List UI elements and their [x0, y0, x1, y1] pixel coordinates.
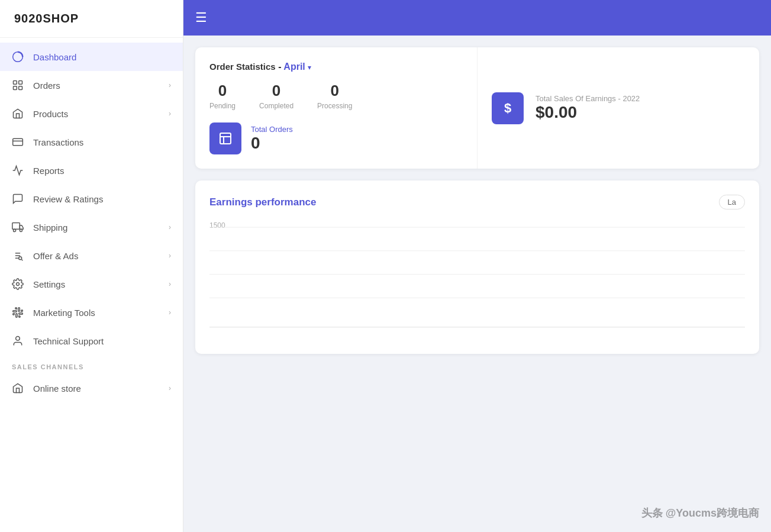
products-arrow: › — [169, 109, 171, 118]
processing-value: 0 — [317, 82, 352, 100]
sidebar-item-shipping[interactable]: Shipping › — [0, 213, 183, 241]
svg-point-13 — [16, 337, 20, 341]
month-dropdown-icon[interactable]: ▾ — [308, 63, 311, 72]
total-orders-value: 0 — [251, 134, 293, 153]
sidebar: 9020SHOP Dashboard Orders › Products › — [0, 0, 183, 532]
chart-line — [209, 221, 745, 328]
performance-title: Earnings performance — [209, 196, 316, 208]
shipping-icon — [12, 221, 33, 233]
svg-rect-3 — [14, 86, 17, 90]
sidebar-label-online-store: Online store — [33, 383, 169, 394]
sidebar-label-settings: Settings — [33, 279, 169, 289]
svg-rect-14 — [220, 133, 231, 144]
shipping-arrow: › — [169, 223, 171, 231]
main-content: ☰ Order Statistics - April ▾ 0 Pending — [183, 0, 771, 532]
sidebar-item-dashboard[interactable]: Dashboard — [0, 43, 183, 71]
sidebar-label-reports: Reports — [33, 166, 171, 176]
sidebar-label-orders: Orders — [33, 80, 169, 91]
sidebar-item-settings[interactable]: Settings › — [0, 270, 183, 298]
completed-value: 0 — [259, 82, 293, 100]
settings-arrow: › — [169, 280, 171, 288]
sidebar-item-technical-support[interactable]: Technical Support — [0, 327, 183, 355]
sidebar-item-offer-ads[interactable]: Offer & Ads › — [0, 241, 183, 270]
earnings-value: $0.00 — [535, 103, 640, 122]
total-orders-row: Total Orders 0 — [209, 122, 463, 154]
orders-icon — [12, 79, 33, 91]
sidebar-label-products: Products — [33, 109, 169, 119]
earnings-dollar-icon: $ — [504, 101, 511, 116]
sidebar-label-shipping: Shipping — [33, 223, 169, 233]
sidebar-label-offer-ads: Offer & Ads — [33, 251, 169, 261]
content-area: Order Statistics - April ▾ 0 Pending 0 C… — [183, 36, 771, 532]
marketing-arrow: › — [169, 308, 171, 317]
total-earnings-card: $ Total Sales Of Earnings - 2022 $0.00 — [478, 47, 759, 169]
completed-label: Completed — [259, 102, 293, 110]
total-orders-icon — [209, 122, 241, 154]
settings-icon — [12, 278, 33, 290]
earnings-icon: $ — [492, 92, 524, 124]
app-name: 9020SHOP — [14, 12, 79, 25]
sidebar-label-technical-support: Technical Support — [33, 336, 171, 346]
performance-action-button[interactable]: La — [719, 195, 745, 209]
stats-row: Order Statistics - April ▾ 0 Pending 0 C… — [195, 47, 759, 169]
pending-label: Pending — [209, 102, 236, 110]
products-icon — [12, 108, 33, 120]
transactions-icon — [12, 136, 33, 148]
sidebar-label-transactions: Transactions — [33, 137, 171, 147]
svg-rect-2 — [19, 81, 22, 85]
sidebar-label-review-ratings: Review & Ratings — [33, 194, 171, 204]
completed-count: 0 Completed — [259, 82, 293, 111]
sidebar-nav: Dashboard Orders › Products › Transactio… — [0, 38, 183, 532]
svg-rect-7 — [12, 223, 20, 230]
review-icon — [12, 193, 33, 205]
sidebar-item-transactions[interactable]: Transactions — [0, 128, 183, 156]
pending-count: 0 Pending — [209, 82, 236, 111]
sidebar-item-reports[interactable]: Reports — [0, 156, 183, 185]
sidebar-label-dashboard: Dashboard — [33, 52, 171, 62]
svg-rect-1 — [14, 81, 17, 85]
topbar: ☰ — [183, 0, 771, 36]
online-store-arrow: › — [169, 384, 171, 392]
sidebar-item-marketing-tools[interactable]: Marketing Tools › — [0, 298, 183, 327]
reports-icon — [12, 165, 33, 176]
total-orders-label: Total Orders — [251, 125, 293, 134]
chart-svg — [209, 221, 745, 327]
svg-line-11 — [22, 260, 23, 261]
chart-area: 1500 — [209, 221, 745, 340]
sidebar-item-review-ratings[interactable]: Review & Ratings — [0, 185, 183, 213]
svg-rect-4 — [19, 86, 22, 90]
sidebar-item-orders[interactable]: Orders › — [0, 71, 183, 99]
sidebar-label-marketing-tools: Marketing Tools — [33, 308, 169, 318]
svg-point-8 — [14, 229, 16, 231]
sidebar-item-products[interactable]: Products › — [0, 99, 183, 128]
dashboard-icon — [12, 51, 33, 63]
order-stats-month[interactable]: April — [283, 62, 305, 72]
svg-point-10 — [19, 257, 22, 260]
svg-point-12 — [17, 283, 20, 286]
marketing-icon — [12, 307, 33, 318]
support-icon — [12, 335, 33, 347]
svg-point-9 — [20, 229, 22, 231]
performance-header: Earnings performance La — [209, 195, 745, 209]
store-icon — [12, 382, 33, 394]
sales-channels-label: SALES CHANNELS — [0, 355, 183, 374]
sidebar-item-online-store[interactable]: Online store › — [0, 374, 183, 402]
earnings-performance-section: Earnings performance La 1500 — [195, 180, 759, 354]
orders-arrow: › — [169, 81, 171, 89]
processing-count: 0 Processing — [317, 82, 352, 111]
order-stats-title: Order Statistics — [209, 62, 276, 72]
order-counts: 0 Pending 0 Completed 0 Processing — [209, 82, 463, 111]
svg-rect-5 — [13, 138, 23, 146]
app-logo: 9020SHOP — [0, 0, 183, 38]
offer-icon — [12, 250, 33, 262]
pending-value: 0 — [209, 82, 236, 100]
menu-icon[interactable]: ☰ — [195, 10, 207, 25]
earnings-title: Total Sales Of Earnings - 2022 — [535, 94, 640, 103]
processing-label: Processing — [317, 102, 352, 110]
order-statistics-card: Order Statistics - April ▾ 0 Pending 0 C… — [195, 47, 478, 169]
offer-arrow: › — [169, 252, 171, 260]
